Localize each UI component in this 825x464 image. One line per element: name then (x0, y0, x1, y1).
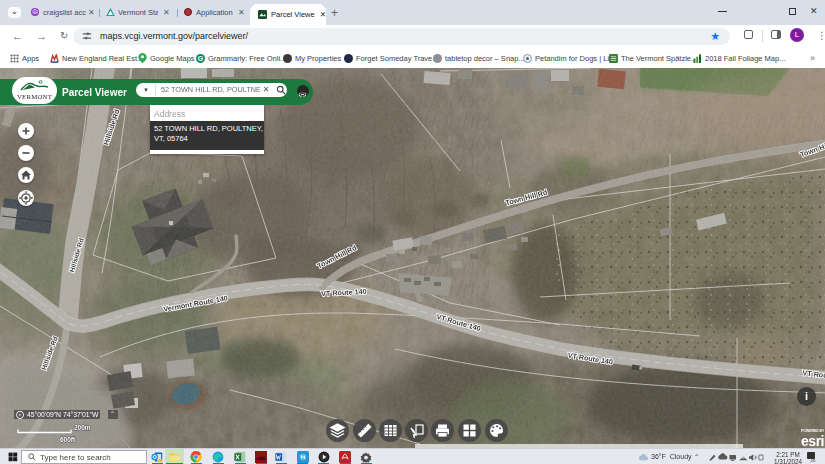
svg-text:600ft: 600ft (60, 436, 76, 443)
svg-text:200m: 200m (74, 424, 91, 431)
